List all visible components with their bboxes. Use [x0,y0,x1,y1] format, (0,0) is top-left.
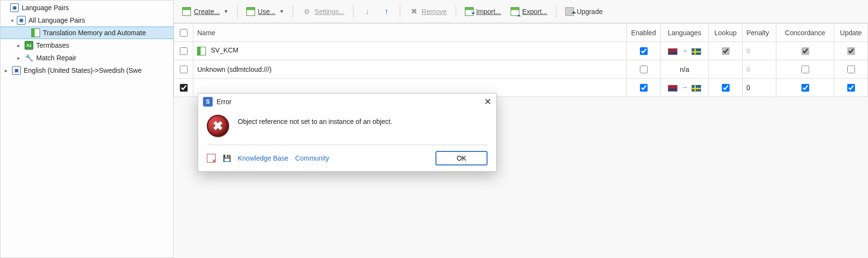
lookup-checkbox[interactable] [722,84,730,92]
row-languages: n/a [661,60,709,79]
expander-icon[interactable]: ▸ [16,55,22,61]
row-penalty[interactable]: 0 [743,79,776,97]
remove-icon: ✖ [409,7,419,16]
expander-icon[interactable]: ▸ [16,42,22,48]
community-link[interactable]: Community [295,154,329,162]
termbase-icon: Az [25,41,33,50]
expander-icon[interactable]: ▾ [9,17,15,23]
move-up-button[interactable]: ↑ [378,5,395,18]
tm-icon [197,47,206,55]
separator-icon [456,5,456,18]
create-button[interactable]: Create... ▼ [178,5,232,18]
concordance-checkbox[interactable] [801,47,809,55]
import-button[interactable]: Import... [461,5,505,18]
create-icon [182,7,191,16]
header-penalty[interactable]: Penalty [743,24,776,42]
language-pairs-icon: ▣ [12,66,21,75]
tree-item-label: Translation Memory and Automate [43,29,146,37]
separator-icon [400,5,400,18]
language-pairs-tree: ▣ Language Pairs ▾ ▣ All Language Pairs … [0,0,174,258]
separator-icon [293,5,293,18]
select-all-checkbox[interactable] [180,29,188,37]
concordance-checkbox[interactable] [801,84,809,92]
import-icon [465,7,474,16]
separator-icon [353,5,353,18]
row-select-checkbox[interactable] [180,66,188,73]
header-name[interactable]: Name [193,24,627,42]
export-button[interactable]: Export... [507,5,551,18]
language-pairs-icon: ▣ [10,3,19,12]
header-languages[interactable]: Languages [661,24,709,42]
row-select-checkbox[interactable] [180,84,188,92]
ok-button[interactable]: OK [435,151,488,165]
expander-icon[interactable]: ▸ [3,68,9,73]
tree-item-label: English (United States)->Swedish (Swe [24,67,142,74]
tree-root[interactable]: ▣ Language Pairs [0,1,173,14]
arrow-up-icon: ↑ [381,7,391,16]
use-icon [246,7,255,16]
tree-root-label: Language Pairs [22,4,69,12]
row-name-cell: SV_KCM [193,42,627,60]
use-button[interactable]: Use... ▼ [243,5,288,18]
flag-se-icon [692,48,701,55]
tree-termbases[interactable]: ▸ Az Termbases [0,39,173,52]
chevron-down-icon: ▼ [224,9,229,14]
settings-button[interactable]: ⚙ Settings... [298,5,348,18]
tree-language-pair-en-sv[interactable]: ▸ ▣ English (United States)->Swedish (Sw… [0,64,173,77]
close-button[interactable]: ✕ [484,96,491,107]
remove-button[interactable]: ✖ Remove [405,5,450,18]
row-penalty[interactable]: 0 [743,60,776,79]
table-header-row: Name Enabled Languages Lookup Penalty Co… [174,24,868,42]
tree-all-language-pairs[interactable]: ▾ ▣ All Language Pairs [0,14,173,27]
use-label: Use... [258,8,276,15]
concordance-checkbox[interactable] [801,66,809,73]
tm-table: Name Enabled Languages Lookup Penalty Co… [174,23,868,97]
app-icon: S [203,97,213,107]
tree-translation-memory[interactable]: Translation Memory and Automate [0,27,173,39]
tree-match-repair[interactable]: ▸ 🔧 Match Repair [0,52,173,64]
enabled-checkbox[interactable] [640,66,648,73]
flag-us-icon [668,85,678,92]
update-checkbox[interactable] [847,66,855,73]
header-enabled[interactable]: Enabled [627,24,661,42]
save-icon[interactable]: 💾 [222,154,231,163]
move-down-button[interactable]: ↓ [358,5,376,18]
header-select[interactable] [174,24,193,42]
chevron-down-icon: ▼ [279,9,284,14]
language-pairs-icon: ▣ [17,16,26,25]
event-viewer-icon[interactable] [207,154,216,163]
create-label: Create... [194,8,220,15]
flag-se-icon [692,85,701,92]
enabled-checkbox[interactable] [640,47,648,55]
toolbar: Create... ▼ Use... ▼ ⚙ Settings... ↓ ↑ [174,0,868,23]
dialog-title: Error [217,98,231,106]
row-penalty[interactable]: 0 [743,42,776,60]
error-dialog: S Error ✕ ✖ Object reference not set to … [198,93,497,172]
enabled-checkbox[interactable] [640,84,648,92]
header-update[interactable]: Update [834,24,868,42]
knowledge-base-link[interactable]: Knowledge Base [238,154,288,162]
dialog-message: Object reference not set to an instance … [238,115,393,125]
table-row[interactable]: SV_KCM → 0 [174,42,868,60]
header-lookup[interactable]: Lookup [709,24,743,42]
update-checkbox[interactable] [847,47,855,55]
upgrade-button[interactable]: Upgrade [561,5,607,18]
export-icon [511,7,519,16]
tm-icon [31,28,40,37]
arrow-right-icon: → [681,47,688,54]
upgrade-icon [565,7,574,16]
update-checkbox[interactable] [847,84,855,92]
row-name: SV_KCM [211,46,239,54]
gear-icon: ⚙ [302,7,312,16]
row-select-checkbox[interactable] [180,47,188,55]
arrow-down-icon: ↓ [362,7,372,16]
upgrade-label: Upgrade [577,8,603,15]
settings-label: Settings... [314,8,344,15]
tree-item-label: All Language Pairs [28,16,85,24]
header-concordance[interactable]: Concordance [776,24,834,42]
table-row[interactable]: Unknown (sdlmtcloud:///) n/a 0 [174,60,868,79]
import-label: Import... [476,8,501,15]
separator-icon [556,5,556,18]
lookup-checkbox[interactable] [722,47,730,55]
row-name: Unknown (sdlmtcloud:///) [193,60,627,79]
